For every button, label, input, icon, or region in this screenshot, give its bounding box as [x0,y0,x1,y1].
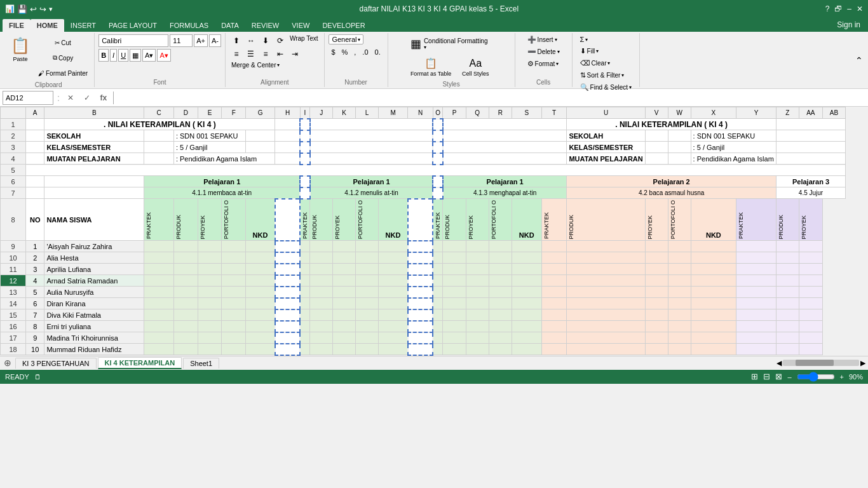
table-row[interactable]: 14 6 Diran Kirana [1,298,868,309]
comma-btn[interactable]: , [351,47,358,57]
cut-button[interactable]: ✂Cut [36,36,90,50]
row-num-12[interactable]: 12 [1,275,26,287]
table-row[interactable]: 9 1 'Aisyah Fairuz Zahira [1,241,868,252]
row-num-17[interactable]: 17 [1,332,26,344]
horizontal-scrollbar[interactable] [783,360,859,366]
clear-btn[interactable]: ⌫ Clear ▾ [576,58,614,69]
orientation-btn[interactable]: ⟳ [273,34,287,47]
delete-cells-btn[interactable]: ➖ Delete ▾ [525,46,562,57]
copy-button[interactable]: ⧉Copy [36,51,90,65]
tab-home[interactable]: HOME [31,19,64,32]
font-color-btn[interactable]: A▾ [157,49,170,62]
format-cells-btn[interactable]: ⚙ Format ▾ [525,58,562,69]
tab-file[interactable]: FILE [3,19,31,32]
align-right-btn[interactable]: ≡ [259,48,273,60]
table-row[interactable]: 11 3 Aprilia Lufiana [1,264,868,275]
conditional-formatting-btn[interactable]: ▦ Conditional Formatting ▾ [408,34,491,53]
align-left-btn[interactable]: ≡ [229,48,243,60]
row-num-11[interactable]: 11 [1,264,26,275]
underline-button[interactable]: U [118,49,128,62]
scroll-left-btn[interactable]: ◀ [776,359,782,367]
increase-indent-btn[interactable]: ⇥ [288,48,302,60]
format-painter-button[interactable]: 🖌Format Painter [36,66,90,80]
align-center-btn[interactable]: ☰ [244,48,258,60]
align-middle-btn[interactable]: ↔ [244,34,258,47]
font-name-input[interactable] [98,34,168,47]
collapse-ribbon-btn[interactable]: ⌃ [855,33,865,87]
view-page-layout-btn[interactable]: ⊟ [763,372,770,381]
view-page-break-btn[interactable]: ⊠ [775,372,782,381]
zoom-in-btn[interactable]: + [840,373,844,381]
name-box[interactable] [3,91,53,105]
insert-function-btn[interactable]: fx [97,91,111,105]
increase-decimal-btn[interactable]: .0 [360,47,370,57]
increase-font-btn[interactable]: A+ [194,34,208,47]
italic-button[interactable]: I [110,49,117,62]
row-num-2[interactable]: 2 [1,130,26,142]
border-btn[interactable]: ▦ [130,49,141,62]
row-num-8[interactable]: 8 [1,199,26,241]
row-num-18[interactable]: 18 [1,344,26,355]
paste-button[interactable]: 📋 Paste [6,34,34,65]
tab-data[interactable]: DATA [215,19,245,32]
help-btn[interactable]: ? [825,4,830,13]
currency-btn[interactable]: $ [329,47,337,57]
sheet-tab-ki3[interactable]: KI 3 PENGETAHUAN [15,358,97,369]
table-row[interactable]: 18 10 Mummad Riduan Hafidz [1,344,868,355]
number-format-dropdown[interactable]: General ▾ [329,34,363,44]
row-num-6[interactable]: 6 [1,176,26,187]
redo-btn[interactable]: ↪ [39,4,46,14]
tab-developer[interactable]: DEVELOPER [316,19,371,32]
sort-filter-btn[interactable]: ⇅ Sort & Filter ▾ [576,70,628,81]
undo-btn[interactable]: ↩ [30,4,37,14]
row-num-15[interactable]: 15 [1,309,26,321]
tab-view[interactable]: VIEW [285,19,316,32]
minimize-btn[interactable]: – [847,4,851,13]
tab-review[interactable]: REVIEW [245,19,285,32]
formula-input[interactable] [116,91,865,105]
tab-page-layout[interactable]: PAGE LAYOUT [102,19,163,32]
row-num-9[interactable]: 9 [1,241,26,252]
font-size-input[interactable] [170,34,193,47]
percent-btn[interactable]: % [339,47,351,57]
decrease-decimal-btn[interactable]: 0. [372,47,383,57]
autosum-btn[interactable]: Σ ▾ [576,34,592,44]
accept-formula-btn[interactable]: ✓ [80,91,94,105]
merge-center-btn[interactable]: Merge & Center ▾ [229,61,281,69]
zoom-slider[interactable] [797,372,835,382]
cancel-formula-btn[interactable]: ✕ [64,91,78,105]
row-num-10[interactable]: 10 [1,252,26,264]
row-num-3[interactable]: 3 [1,142,26,153]
decrease-font-btn[interactable]: A- [209,34,221,47]
fill-color-btn[interactable]: A▾ [142,49,156,62]
quick-access-save[interactable]: 💾 [17,4,27,14]
align-bottom-btn[interactable]: ⬇ [259,34,273,47]
table-row[interactable]: 10 2 Alia Hesta [1,252,868,264]
close-btn[interactable]: ✕ [857,4,863,13]
table-row[interactable]: 17 9 Madina Tri Khoirunnisa [1,332,868,344]
row-num-7[interactable]: 7 [1,187,26,199]
row-num-13[interactable]: 13 [1,287,26,298]
table-row[interactable]: 13 5 Aulia Nurusyifa [1,287,868,298]
table-row[interactable]: 12 4 Arnad Satria Ramadan [1,275,868,287]
align-top-btn[interactable]: ⬆ [229,34,243,47]
bold-button[interactable]: B [98,49,109,62]
tab-insert[interactable]: INSERT [64,19,102,32]
zoom-out-btn[interactable]: – [787,373,791,381]
row-num-1[interactable]: 1 [1,119,26,130]
table-row[interactable]: 15 7 Diva Kiki Fatmala [1,309,868,321]
restore-btn[interactable]: 🗗 [834,4,842,13]
add-sheet-btn[interactable]: ⊕ [0,358,15,368]
row-num-5[interactable]: 5 [1,165,26,176]
sheet-tab-sheet1[interactable]: Sheet1 [183,358,219,369]
cell-styles-btn[interactable]: Aa Cell Styles [456,55,494,79]
insert-cells-btn[interactable]: ➕ Insert ▾ [525,34,560,45]
table-row[interactable]: 16 8 Erni tri yuliana [1,321,868,332]
cell-mode-icon[interactable]: 🗒 [34,373,41,381]
fill-btn[interactable]: ⬇ Fill ▾ [576,46,603,57]
row-num-16[interactable]: 16 [1,321,26,332]
format-as-table-btn[interactable]: 📋 Format as Table [408,55,454,79]
view-normal-btn[interactable]: ⊞ [751,372,758,381]
decrease-indent-btn[interactable]: ⇤ [273,48,287,60]
wrap-text-btn[interactable]: Wrap Text [288,34,320,47]
